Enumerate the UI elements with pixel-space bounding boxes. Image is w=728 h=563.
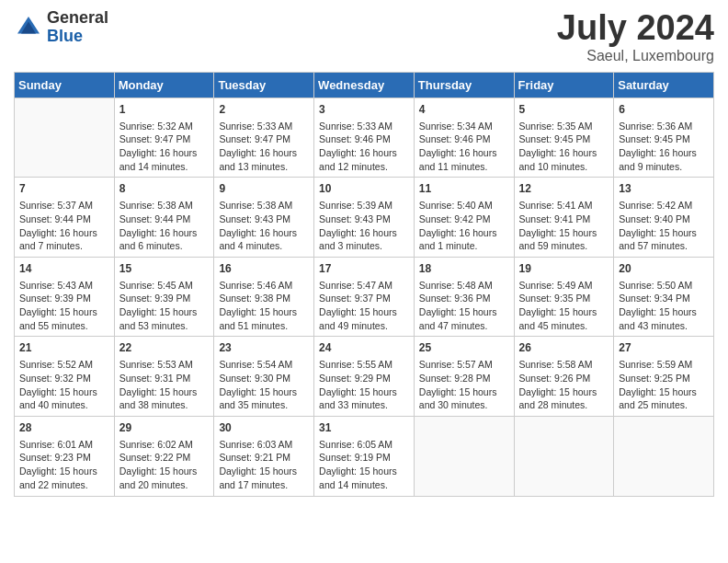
day-number: 25 — [419, 340, 509, 356]
day-info: Sunrise: 5:49 AM Sunset: 9:35 PM Dayligh… — [519, 279, 609, 333]
day-info: Sunrise: 5:38 AM Sunset: 9:44 PM Dayligh… — [119, 199, 210, 253]
calendar-cell: 31Sunrise: 6:05 AM Sunset: 9:19 PM Dayli… — [314, 416, 415, 496]
day-number: 19 — [519, 261, 609, 277]
day-number: 12 — [519, 181, 609, 197]
day-number: 8 — [119, 181, 210, 197]
day-info: Sunrise: 5:41 AM Sunset: 9:41 PM Dayligh… — [519, 199, 609, 253]
weekday-header: Monday — [114, 72, 214, 98]
day-info: Sunrise: 5:36 AM Sunset: 9:45 PM Dayligh… — [619, 120, 709, 174]
day-info: Sunrise: 5:59 AM Sunset: 9:25 PM Dayligh… — [619, 358, 709, 412]
page-header: General Blue July 2024 Saeul, Luxembourg — [14, 9, 714, 64]
logo-blue-text: Blue — [47, 28, 108, 46]
calendar-cell: 21Sunrise: 5:52 AM Sunset: 9:32 PM Dayli… — [15, 337, 115, 417]
calendar-cell: 16Sunrise: 5:46 AM Sunset: 9:38 PM Dayli… — [214, 257, 314, 337]
calendar-cell — [514, 416, 614, 496]
day-number: 24 — [319, 340, 409, 356]
calendar-week-row: 21Sunrise: 5:52 AM Sunset: 9:32 PM Dayli… — [15, 337, 714, 417]
day-info: Sunrise: 5:32 AM Sunset: 9:47 PM Dayligh… — [119, 120, 210, 174]
calendar-body: 1Sunrise: 5:32 AM Sunset: 9:47 PM Daylig… — [15, 98, 714, 496]
calendar-cell: 12Sunrise: 5:41 AM Sunset: 9:41 PM Dayli… — [514, 178, 614, 258]
day-number: 18 — [419, 261, 509, 277]
day-number: 27 — [619, 340, 709, 356]
day-number: 29 — [119, 420, 210, 436]
calendar-cell — [15, 98, 115, 178]
weekday-header: Friday — [514, 72, 614, 98]
day-info: Sunrise: 5:52 AM Sunset: 9:32 PM Dayligh… — [19, 358, 109, 412]
day-number: 3 — [319, 102, 409, 118]
day-info: Sunrise: 5:37 AM Sunset: 9:44 PM Dayligh… — [19, 199, 109, 253]
calendar-cell: 9Sunrise: 5:38 AM Sunset: 9:43 PM Daylig… — [214, 178, 314, 258]
weekday-header: Sunday — [15, 72, 115, 98]
calendar-cell: 10Sunrise: 5:39 AM Sunset: 9:43 PM Dayli… — [314, 178, 415, 258]
day-number: 30 — [219, 420, 309, 436]
calendar-week-row: 28Sunrise: 6:01 AM Sunset: 9:23 PM Dayli… — [15, 416, 714, 496]
calendar-cell: 6Sunrise: 5:36 AM Sunset: 9:45 PM Daylig… — [614, 98, 714, 178]
day-info: Sunrise: 6:02 AM Sunset: 9:22 PM Dayligh… — [119, 438, 210, 492]
day-info: Sunrise: 5:42 AM Sunset: 9:40 PM Dayligh… — [619, 199, 709, 253]
day-number: 13 — [619, 181, 709, 197]
calendar-cell: 2Sunrise: 5:33 AM Sunset: 9:47 PM Daylig… — [214, 98, 314, 178]
weekday-header: Thursday — [414, 72, 514, 98]
month-title: July 2024 — [557, 9, 714, 48]
calendar-week-row: 7Sunrise: 5:37 AM Sunset: 9:44 PM Daylig… — [15, 178, 714, 258]
calendar-header: SundayMondayTuesdayWednesdayThursdayFrid… — [15, 72, 714, 98]
calendar-cell: 1Sunrise: 5:32 AM Sunset: 9:47 PM Daylig… — [114, 98, 214, 178]
day-info: Sunrise: 5:58 AM Sunset: 9:26 PM Dayligh… — [519, 358, 609, 412]
day-number: 7 — [19, 181, 109, 197]
calendar-cell: 14Sunrise: 5:43 AM Sunset: 9:39 PM Dayli… — [15, 257, 115, 337]
day-info: Sunrise: 5:35 AM Sunset: 9:45 PM Dayligh… — [519, 120, 609, 174]
calendar-cell: 18Sunrise: 5:48 AM Sunset: 9:36 PM Dayli… — [414, 257, 514, 337]
day-info: Sunrise: 5:40 AM Sunset: 9:42 PM Dayligh… — [419, 199, 509, 253]
day-number: 31 — [319, 420, 409, 436]
day-info: Sunrise: 5:55 AM Sunset: 9:29 PM Dayligh… — [319, 358, 409, 412]
calendar-table: SundayMondayTuesdayWednesdayThursdayFrid… — [14, 72, 714, 497]
calendar-cell: 20Sunrise: 5:50 AM Sunset: 9:34 PM Dayli… — [614, 257, 714, 337]
day-number: 9 — [219, 181, 309, 197]
day-info: Sunrise: 6:01 AM Sunset: 9:23 PM Dayligh… — [19, 438, 109, 492]
day-info: Sunrise: 5:50 AM Sunset: 9:34 PM Dayligh… — [619, 279, 709, 333]
logo-text: General Blue — [47, 9, 108, 46]
day-info: Sunrise: 6:05 AM Sunset: 9:19 PM Dayligh… — [319, 438, 409, 492]
calendar-cell: 23Sunrise: 5:54 AM Sunset: 9:30 PM Dayli… — [214, 337, 314, 417]
day-info: Sunrise: 5:57 AM Sunset: 9:28 PM Dayligh… — [419, 358, 509, 412]
day-info: Sunrise: 5:38 AM Sunset: 9:43 PM Dayligh… — [219, 199, 309, 253]
day-info: Sunrise: 5:43 AM Sunset: 9:39 PM Dayligh… — [19, 279, 109, 333]
weekday-header: Saturday — [614, 72, 714, 98]
calendar-cell — [414, 416, 514, 496]
day-number: 16 — [219, 261, 309, 277]
weekday-header: Tuesday — [214, 72, 314, 98]
calendar-cell: 22Sunrise: 5:53 AM Sunset: 9:31 PM Dayli… — [114, 337, 214, 417]
day-number: 2 — [219, 102, 309, 118]
day-number: 4 — [419, 102, 509, 118]
calendar-cell: 17Sunrise: 5:47 AM Sunset: 9:37 PM Dayli… — [314, 257, 415, 337]
calendar-cell: 26Sunrise: 5:58 AM Sunset: 9:26 PM Dayli… — [514, 337, 614, 417]
day-info: Sunrise: 5:47 AM Sunset: 9:37 PM Dayligh… — [319, 279, 409, 333]
day-number: 6 — [619, 102, 709, 118]
calendar-cell: 28Sunrise: 6:01 AM Sunset: 9:23 PM Dayli… — [15, 416, 115, 496]
calendar-cell: 30Sunrise: 6:03 AM Sunset: 9:21 PM Dayli… — [214, 416, 314, 496]
logo-icon — [14, 13, 43, 42]
location-subtitle: Saeul, Luxembourg — [557, 48, 714, 64]
calendar-week-row: 1Sunrise: 5:32 AM Sunset: 9:47 PM Daylig… — [15, 98, 714, 178]
day-info: Sunrise: 5:33 AM Sunset: 9:46 PM Dayligh… — [319, 120, 409, 174]
day-info: Sunrise: 5:48 AM Sunset: 9:36 PM Dayligh… — [419, 279, 509, 333]
calendar-week-row: 14Sunrise: 5:43 AM Sunset: 9:39 PM Dayli… — [15, 257, 714, 337]
day-info: Sunrise: 5:33 AM Sunset: 9:47 PM Dayligh… — [219, 120, 309, 174]
calendar-cell: 29Sunrise: 6:02 AM Sunset: 9:22 PM Dayli… — [114, 416, 214, 496]
calendar-cell: 4Sunrise: 5:34 AM Sunset: 9:46 PM Daylig… — [414, 98, 514, 178]
day-info: Sunrise: 5:34 AM Sunset: 9:46 PM Dayligh… — [419, 120, 509, 174]
weekday-header: Wednesday — [314, 72, 415, 98]
calendar-cell: 25Sunrise: 5:57 AM Sunset: 9:28 PM Dayli… — [414, 337, 514, 417]
day-info: Sunrise: 6:03 AM Sunset: 9:21 PM Dayligh… — [219, 438, 309, 492]
day-number: 20 — [619, 261, 709, 277]
calendar-cell: 27Sunrise: 5:59 AM Sunset: 9:25 PM Dayli… — [614, 337, 714, 417]
logo: General Blue — [14, 9, 108, 46]
day-number: 14 — [19, 261, 109, 277]
title-area: July 2024 Saeul, Luxembourg — [557, 9, 714, 64]
day-number: 5 — [519, 102, 609, 118]
calendar-cell: 11Sunrise: 5:40 AM Sunset: 9:42 PM Dayli… — [414, 178, 514, 258]
calendar-cell — [614, 416, 714, 496]
day-number: 10 — [319, 181, 409, 197]
day-info: Sunrise: 5:46 AM Sunset: 9:38 PM Dayligh… — [219, 279, 309, 333]
day-number: 11 — [419, 181, 509, 197]
